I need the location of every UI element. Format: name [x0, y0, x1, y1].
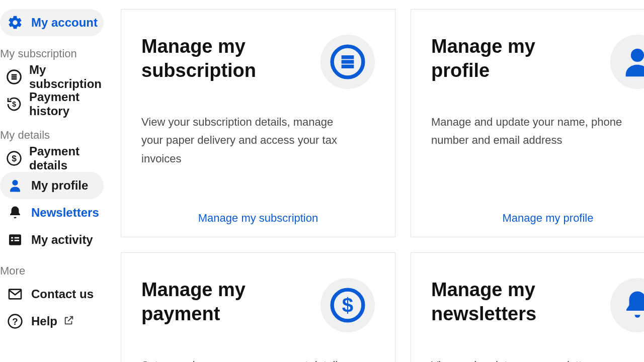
question-circle-icon: ? — [6, 312, 24, 330]
svg-point-7 — [12, 180, 18, 186]
main-content: Manage my subscription View your subscri… — [104, 0, 644, 362]
card-description: View your subscription details, manage y… — [141, 113, 353, 168]
sidebar-item-contact-us[interactable]: Contact us — [0, 281, 104, 308]
sidebar-item-label: Help — [31, 314, 57, 328]
svg-point-20 — [631, 49, 644, 62]
svg-rect-11 — [11, 240, 13, 241]
svg-text:$: $ — [12, 100, 16, 108]
card-link-manage-subscription[interactable]: Manage my subscription — [121, 212, 395, 225]
sidebar-item-payment-history[interactable]: $ Payment history — [0, 90, 104, 118]
card-description: Set up and manage your payment details — [141, 356, 353, 362]
external-link-icon — [63, 315, 74, 328]
sidebar-item-label: Payment history — [29, 90, 104, 118]
activity-list-icon — [6, 231, 24, 249]
card-manage-subscription: Manage my subscription View your subscri… — [121, 9, 395, 237]
menu-circle-icon — [320, 35, 375, 89]
sidebar-item-label: My subscription — [29, 63, 104, 91]
dollar-circle-icon: $ — [6, 149, 22, 167]
sidebar-section-subscription: My subscription — [0, 47, 104, 63]
card-manage-newsletters: Manage my newsletters View and update yo… — [411, 252, 644, 362]
sidebar-item-label: My profile — [31, 178, 88, 193]
svg-rect-12 — [15, 240, 19, 241]
sidebar-item-my-profile[interactable]: My profile — [0, 172, 104, 199]
person-icon — [6, 176, 24, 195]
svg-rect-10 — [15, 237, 19, 239]
svg-text:$: $ — [12, 153, 17, 163]
svg-rect-9 — [11, 237, 13, 239]
svg-text:?: ? — [12, 316, 18, 327]
sidebar-item-label: Contact us — [31, 287, 94, 301]
sidebar-item-label: My account — [31, 16, 98, 30]
svg-text:$: $ — [342, 294, 353, 316]
sidebar-item-payment-details[interactable]: $ Payment details — [0, 145, 104, 172]
bell-icon — [610, 278, 644, 332]
card-manage-payment: Manage my payment $ Set up and manage yo… — [121, 252, 395, 362]
card-description: View and update your newsletter subscrip… — [431, 356, 642, 362]
card-manage-profile: Manage my profile Manage and update your… — [411, 9, 644, 237]
card-title: Manage my subscription — [141, 35, 307, 82]
sidebar-item-label: Newsletters — [31, 206, 99, 220]
bell-icon — [6, 204, 24, 222]
envelope-icon — [6, 285, 24, 303]
sidebar-item-label: Payment details — [29, 144, 104, 172]
sidebar-section-details: My details — [0, 129, 104, 145]
sidebar-item-newsletters[interactable]: Newsletters — [0, 199, 104, 226]
card-title: Manage my payment — [141, 278, 307, 326]
card-title: Manage my profile — [431, 35, 597, 82]
sidebar-item-my-activity[interactable]: My activity — [0, 226, 104, 253]
dollar-circle-icon: $ — [320, 278, 375, 332]
person-icon — [610, 35, 644, 89]
gear-icon — [6, 14, 24, 32]
sidebar-item-my-subscription[interactable]: My subscription — [0, 63, 104, 90]
card-title: Manage my newsletters — [431, 278, 597, 326]
history-dollar-icon: $ — [6, 95, 22, 113]
card-link-manage-profile[interactable]: Manage my profile — [411, 212, 644, 225]
sidebar: My account My subscription My subscripti… — [0, 0, 104, 362]
menu-circle-icon — [6, 68, 22, 86]
sidebar-item-label: My activity — [31, 233, 93, 247]
sidebar-item-my-account[interactable]: My account — [0, 9, 104, 36]
card-description: Manage and update your name, phone numbe… — [431, 113, 642, 150]
sidebar-item-help[interactable]: ? Help — [0, 308, 104, 335]
sidebar-section-more: More — [0, 264, 104, 281]
